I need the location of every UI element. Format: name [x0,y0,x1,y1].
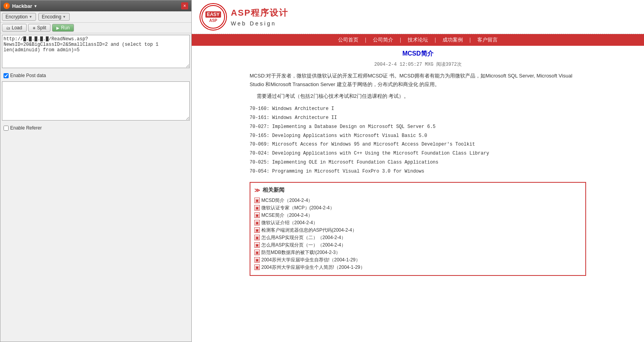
list-item: ▣防范MDB数据库的被下载!(2004-2-3） [254,249,581,256]
web-logo: EASY ASP [200,3,227,31]
nav-item-about[interactable]: 公司简介 [368,36,398,43]
news-icon: ▣ [254,212,260,218]
logo-asp-text: ASP [209,18,218,23]
article-indent [250,93,255,99]
logo-easy-text: EASY [205,11,221,18]
enable-referer-label: Enable Referer [10,125,42,131]
related-news-title-text: 相关新闻 [263,187,284,194]
nav-sep-1: ｜ [363,36,368,43]
enable-post-label: Enable Post data [10,73,46,78]
course-item: 70-069: Microsoft Access for Windows 95 … [250,140,586,149]
hackbar-url-input[interactable]: http://█.█.█.█.█/ReadNews.asp?NewsID=20&… [2,35,190,68]
hackbar-post-checkbox-row: Enable Post data [0,71,191,80]
hackbar-toolbar: 🗂 Load ⧺ Split ▶ Run [0,23,191,33]
course-item: 70-054: Programming in Microsoft Visual … [250,167,586,176]
hackbar-logo-icon: f [4,3,10,9]
nav-sep-2: ｜ [398,36,403,43]
news-text: 2004苏州大学应届毕业生个人简历!（2004-1-29） [261,264,365,271]
web-header: EASY ASP ASP程序设计 Web Design [192,0,644,34]
enable-post-checkbox[interactable] [4,73,9,78]
web-title-area: ASP程序设计 Web Design [231,7,288,27]
nav-item-forum[interactable]: 技术论坛 [403,36,433,43]
news-icon: ▣ [254,265,260,270]
article-course-list: 70-160: Windows Architecture I70-161: Wi… [250,104,586,176]
nav-item-cases[interactable]: 成功案例 [438,36,468,43]
load-button[interactable]: 🗂 Load [2,24,27,32]
news-icon: ▣ [254,235,260,240]
related-news-arrow-icon: ≫ [254,187,260,193]
list-item: ▣2004苏州大学应届毕业生个人简历!（2004-1-29） [254,264,581,271]
encryption-arrow-icon: ▼ [29,15,32,19]
nav-sep-4: ｜ [468,36,473,43]
encryption-dropdown[interactable]: Encryption ▼ [2,13,36,21]
news-icon: ▣ [254,198,260,203]
hackbar-referer-checkbox-row: Enable Referer [0,124,191,132]
hackbar-post-input[interactable] [2,81,190,121]
list-item: ▣微软认证专家（MCP）(2004-2-4） [254,204,581,212]
run-label: Run [61,25,70,31]
news-text: MCSE简介（2004-2-4） [261,212,313,219]
course-item: 70-165: Developing Applications with Mic… [250,131,586,140]
hackbar-title-caret: ▾ [34,4,36,8]
split-button[interactable]: ⧺ Split [28,24,50,32]
hackbar-titlebar-left: f Hackbar ▾ [4,3,36,9]
news-text: 微软认证介绍（2004-2-4） [261,220,318,226]
related-news-list: ▣MCSD简介（2004-2-4）▣微软认证专家（MCP）(2004-2-4）▣… [254,197,581,271]
news-icon: ▣ [254,250,260,255]
logo-circle: EASY ASP [200,3,227,31]
encoding-dropdown[interactable]: Encoding ▼ [38,13,70,21]
hackbar-title: Hackbar [12,3,32,9]
news-text: 怎么用ASP实现分页（一）（2004-2-4） [261,242,346,248]
news-icon: ▣ [254,242,260,248]
course-item: 70-161: Windows Architecture II [250,113,586,122]
web-content: MCSD简介 2004-2-4 12:05:27 MXG 阅读3972次 MCS… [242,46,594,280]
hackbar-close-button[interactable]: × [181,2,188,9]
hackbar-dropdown-row: Encryption ▼ Encoding ▼ [0,11,191,23]
enable-referer-checkbox[interactable] [4,126,9,131]
split-label: Split [37,25,46,31]
article-para-2: 需要通过4门考试（包括2门核心技术考试和2门任选课程的 考试）。 [250,92,586,101]
related-news-box: ≫ 相关新闻 ▣MCSD简介（2004-2-4）▣微软认证专家（MCP）(200… [250,182,586,276]
load-icon: 🗂 [6,26,10,30]
news-text: 怎么用ASP实现分页（二）（2004-2-4） [261,234,346,241]
nav-item-home[interactable]: 公司首页 [333,36,363,43]
article-body: MCSD:对于开发者，微软提供微软认证的开发工程师MCSD证 书。MCSD拥有者… [250,72,586,101]
logo-circle-inner: EASY ASP [201,5,225,29]
load-label: Load [12,25,22,31]
list-item: ▣检测客户端浏览器信息的ASP代码(2004-2-4） [254,227,581,234]
list-item: ▣MCSE简介（2004-2-4） [254,212,581,219]
news-text: MCSD简介（2004-2-4） [261,197,313,204]
news-text: 检测客户端浏览器信息的ASP代码(2004-2-4） [261,227,357,234]
course-item: 70-024: Developing Applications with C++… [250,149,586,158]
encoding-arrow-icon: ▼ [63,15,66,19]
hackbar-panel: f Hackbar ▾ × Encryption ▼ Encoding ▼ 🗂 … [0,0,192,342]
web-title-sub: Web Design [231,20,288,27]
hackbar-titlebar: f Hackbar ▾ × [0,0,191,11]
list-item: ▣2004苏州大学应届毕业生自荐信!（2004-1-29） [254,256,581,264]
web-title-main: ASP程序设计 [231,7,288,19]
course-item: 70-027: Implementing a Database Design o… [250,122,586,131]
related-news-title: ≫ 相关新闻 [254,187,581,194]
nav-item-contact[interactable]: 客户留言 [473,36,502,43]
nav-sep-3: ｜ [433,36,438,43]
article-para-2-text: 需要通过4门考试（包括2门核心技术考试和2门任选课程的 考试）。 [257,93,409,99]
article-meta: 2004-2-4 12:05:27 MXG 阅读3972次 [250,61,586,68]
run-button[interactable]: ▶ Run [52,24,74,32]
split-icon: ⧺ [32,26,36,30]
list-item: ▣怎么用ASP实现分页（一）（2004-2-4） [254,241,581,249]
article-para-1: MCSD:对于开发者，微软提供微软认证的开发工程师MCSD证 书。MCSD拥有者… [250,72,586,89]
course-item: 70-160: Windows Architecture I [250,104,586,113]
web-nav: 公司首页 ｜ 公司简介 ｜ 技术论坛 ｜ 成功案例 ｜ 客户留言 [192,34,644,46]
list-item: ▣MCSD简介（2004-2-4） [254,197,581,204]
news-icon: ▣ [254,205,260,211]
encryption-label: Encryption [5,14,28,20]
news-text: 防范MDB数据库的被下载!(2004-2-3） [261,249,340,256]
hackbar-url-area: http://█.█.█.█.█/ReadNews.asp?NewsID=20&… [0,33,191,71]
news-icon: ▣ [254,220,260,225]
news-text: 微软认证专家（MCP）(2004-2-4） [261,205,335,211]
encoding-label: Encoding [42,14,61,20]
list-item: ▣微软认证介绍（2004-2-4） [254,219,581,227]
news-text: 2004苏州大学应届毕业生自荐信!（2004-1-29） [261,257,360,263]
news-icon: ▣ [254,227,260,233]
run-icon: ▶ [56,26,59,30]
